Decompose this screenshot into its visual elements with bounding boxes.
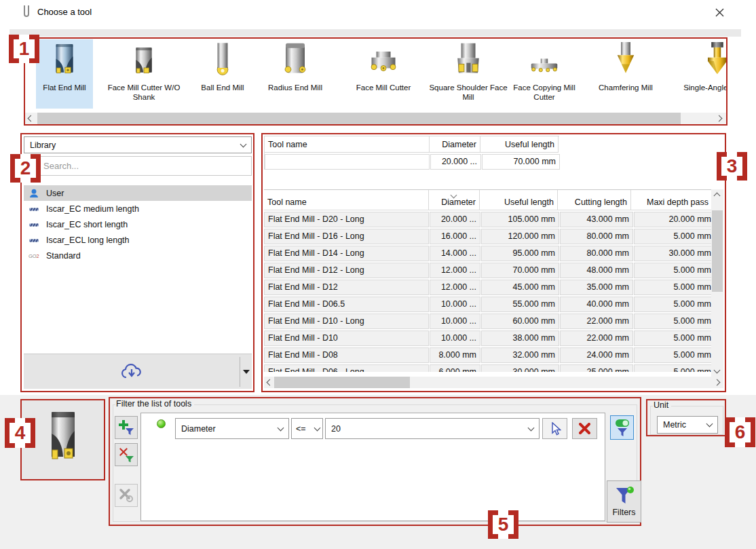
download-library-button[interactable] xyxy=(24,354,240,390)
table-cell: Flat End Mill - D10 - Long xyxy=(264,314,429,330)
horizontal-scrollbar-thumb[interactable] xyxy=(274,377,410,388)
table-cell: 95.000 mm xyxy=(481,246,559,262)
table-cell: 120.000 mm xyxy=(481,229,559,245)
table-row[interactable]: Flat End Mill - D10 - Long10.000 ...60.0… xyxy=(264,312,711,329)
table-cell: Flat End Mill - D06.5 xyxy=(264,297,429,313)
table-row[interactable]: Flat End Mill - D20 - Long20.000 ...105.… xyxy=(264,210,711,227)
filter-field-select[interactable]: Diameter xyxy=(175,418,289,439)
unit-section: Unit Metric xyxy=(646,399,726,436)
filters-button[interactable]: Filters xyxy=(607,480,641,523)
annotation-1: 1 xyxy=(9,35,39,63)
filter-operator-select[interactable]: <= xyxy=(291,418,323,439)
table-cell: 16.000 ... xyxy=(430,229,480,245)
table-row[interactable]: Flat End Mill - D1010.000 ...38.000 mm22… xyxy=(264,329,711,346)
table-cell: Flat End Mill - D12 xyxy=(264,280,429,296)
table-row[interactable]: Flat End Mill - D16 - Long16.000 ...120.… xyxy=(264,227,711,244)
table-cell: 8.000 mm xyxy=(430,347,480,364)
filter-value-combo[interactable]: 20 xyxy=(325,418,540,439)
remove-filter-button[interactable] xyxy=(115,443,138,466)
library-more-dropdown[interactable] xyxy=(243,370,250,374)
tool-type-face-mill-wo-shank[interactable]: Face Mill Cutter W/O Shank xyxy=(101,39,187,109)
enable-filter-toggle-button[interactable] xyxy=(610,415,634,440)
table-row[interactable]: Flat End Mill - D088.000 mm32.000 mm24.0… xyxy=(264,346,711,363)
table-cell: 5.000 mm xyxy=(634,280,711,296)
selected-tool-preview-image xyxy=(43,411,83,469)
table-cell: 105.000 mm xyxy=(481,212,559,228)
scroll-right-icon[interactable] xyxy=(714,379,721,386)
table-cell: 20.000 ... xyxy=(430,154,481,170)
cursor-icon xyxy=(549,422,561,436)
go2-library-icon: GO 2 xyxy=(29,250,40,261)
scroll-right-icon[interactable] xyxy=(716,115,723,122)
tools-table-vertical-scrollbar[interactable] xyxy=(711,189,723,377)
library-bottom-bar xyxy=(24,354,252,389)
cloud-download-icon xyxy=(121,363,143,381)
table-cell: 40.000 mm xyxy=(560,297,633,313)
toolbar-scrollbar-thumb[interactable] xyxy=(37,113,681,124)
library-item-iscar-ec-short[interactable]: Iscar_EC short length xyxy=(24,216,252,232)
column-header[interactable]: Useful length xyxy=(480,136,559,153)
selected-tool-table: Tool name Diameter Useful length 20.000 … xyxy=(264,136,559,170)
library-selector[interactable]: Library xyxy=(24,136,252,153)
close-button[interactable] xyxy=(708,3,730,21)
radius-end-mill-icon xyxy=(257,41,333,80)
tool-type-ball-end-mill[interactable]: Ball End Mill xyxy=(185,39,261,109)
table-row[interactable]: Flat End Mill - D1212.000 ...45.000 mm35… xyxy=(264,278,711,295)
column-header[interactable]: Diameter xyxy=(430,136,480,153)
scroll-up-icon[interactable] xyxy=(714,193,721,200)
pick-value-button[interactable] xyxy=(542,418,567,439)
table-row[interactable]: Flat End Mill - D06.510.000 ...55.000 mm… xyxy=(264,295,711,312)
library-item-standard[interactable]: GO 2 Standard xyxy=(24,248,252,263)
scroll-left-icon[interactable] xyxy=(267,379,273,386)
library-item-iscar-ec-medium[interactable]: Iscar_EC medium length xyxy=(24,201,252,216)
scroll-down-icon[interactable] xyxy=(714,367,721,374)
tool-type-radius-end-mill[interactable]: Radius End Mill xyxy=(257,39,333,109)
cut-filter-button[interactable] xyxy=(115,484,138,507)
tool-type-square-shoulder-face-mill[interactable]: Square Shoulder Face Mill xyxy=(426,39,511,109)
single-angle-cutter-icon xyxy=(680,41,726,80)
face-copying-mill-cutter-icon xyxy=(506,41,582,80)
annotation-2: 2 xyxy=(10,154,41,183)
table-cell xyxy=(265,154,430,170)
column-header[interactable]: Tool name xyxy=(264,190,429,210)
table-row[interactable]: Flat End Mill - D12 - Long12.000 ...70.0… xyxy=(264,261,711,278)
table-cell: 20.000 ... xyxy=(430,212,480,228)
table-cell: 80.000 mm xyxy=(560,246,633,262)
tool-type-chamfering-mill[interactable]: Chamfering Mill xyxy=(586,39,665,109)
tools-table-horizontal-scrollbar[interactable] xyxy=(264,377,723,388)
tool-library-icon xyxy=(29,219,40,230)
table-cell: 43.000 mm xyxy=(560,212,633,228)
toolbar-scrollbar[interactable] xyxy=(25,113,726,124)
table-row[interactable]: Flat End Mill - D14 - Long14.000 ...95.0… xyxy=(264,244,711,261)
unit-select[interactable]: Metric xyxy=(657,416,718,434)
table-row[interactable]: Flat End Mill - D06 - Long6.000 mm30.000… xyxy=(264,363,711,372)
table-cell: Flat End Mill - D16 - Long xyxy=(264,229,429,245)
column-header[interactable]: Tool name xyxy=(265,136,430,153)
search-placeholder: Search... xyxy=(43,161,79,171)
svg-text:GO: GO xyxy=(29,253,37,259)
library-item-user[interactable]: User xyxy=(24,185,252,201)
table-cell: 22.000 mm xyxy=(560,314,633,330)
table-row[interactable]: 20.000 ...70.000 mm xyxy=(265,153,559,170)
scroll-left-icon[interactable] xyxy=(28,115,35,122)
filter-operator-value: <= xyxy=(296,424,306,434)
tool-type-items: Flat End Mill Face Mill Cutter W/O Shank xyxy=(25,39,726,112)
add-filter-button[interactable] xyxy=(115,416,138,439)
column-header[interactable]: Useful length xyxy=(480,190,558,210)
library-item-iscar-ecl-long[interactable]: Iscar_ECL long length xyxy=(24,232,252,248)
tool-library-icon xyxy=(29,235,40,246)
tool-library-icon xyxy=(29,204,40,214)
tool-type-flat-end-mill[interactable]: Flat End Mill xyxy=(36,39,93,109)
delete-filter-row-button[interactable] xyxy=(572,418,597,439)
tool-tables-panel: Tool name Diameter Useful length 20.000 … xyxy=(261,133,726,392)
vertical-scrollbar-thumb[interactable] xyxy=(712,210,723,292)
column-header[interactable]: Cutting length xyxy=(558,190,631,210)
library-list: User Iscar_EC medium length Iscar_EC sho… xyxy=(24,178,252,353)
table-cell: Flat End Mill - D06 - Long xyxy=(264,364,429,373)
tool-type-single-angle-cutter[interactable]: Single-Angle Cutter xyxy=(680,39,726,109)
search-input[interactable]: Search... xyxy=(24,156,252,176)
tool-type-face-mill-cutter[interactable]: Face Mill Cutter xyxy=(344,39,423,109)
column-header[interactable]: Maxi depth pass xyxy=(631,190,713,210)
square-shoulder-face-mill-icon xyxy=(426,41,511,80)
tool-type-face-copying-mill-cutter[interactable]: Face Copying Mill Cutter xyxy=(506,39,582,109)
